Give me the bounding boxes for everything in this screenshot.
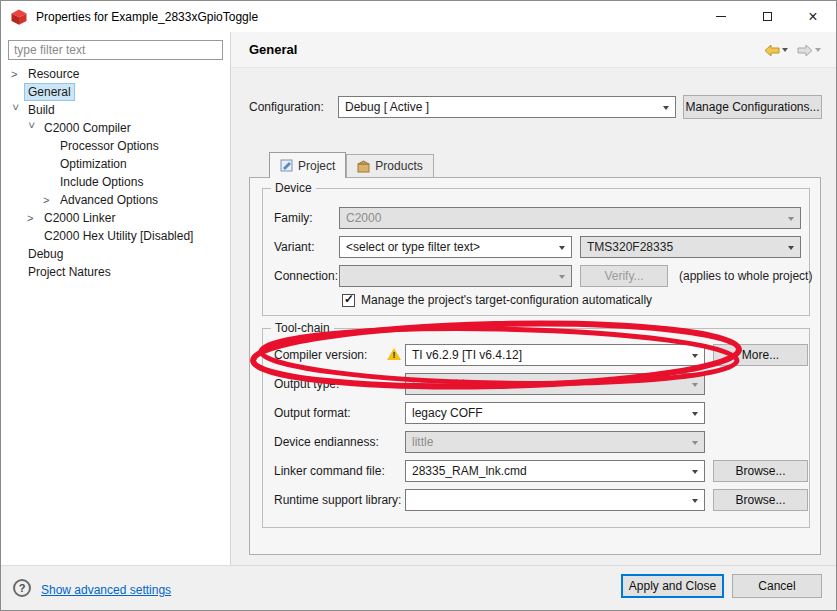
tree-item-label: C2000 Linker bbox=[41, 210, 118, 226]
connection-note: (applies to whole project) bbox=[679, 265, 812, 287]
chevron-right-icon[interactable]: > bbox=[27, 212, 41, 224]
tab-project[interactable]: Project bbox=[269, 152, 346, 178]
runtime-support-library-combo[interactable] bbox=[405, 489, 705, 511]
tree-item-c2000-hex-utility[interactable]: C2000 Hex Utility [Disabled] bbox=[1, 227, 230, 245]
connection-label: Connection: bbox=[274, 265, 338, 287]
tree-item-label: Debug bbox=[25, 246, 66, 262]
tree-item-label: Resource bbox=[25, 66, 82, 82]
filter-input[interactable] bbox=[8, 40, 223, 60]
chevron-right-icon[interactable]: > bbox=[11, 68, 25, 80]
minimize-icon bbox=[716, 16, 726, 17]
titlebar: Properties for Example_2833xGpioToggle × bbox=[1, 1, 836, 32]
tree-item-label: Project Natures bbox=[25, 264, 114, 280]
apply-and-close-button[interactable]: Apply and Close bbox=[621, 574, 724, 598]
tree-item-processor-options[interactable]: Processor Options bbox=[1, 137, 230, 155]
warning-icon: ! bbox=[387, 347, 401, 360]
chevron-right-icon[interactable]: > bbox=[43, 194, 57, 206]
close-icon: × bbox=[808, 9, 817, 25]
more-button[interactable]: More... bbox=[713, 344, 808, 366]
page-header: General bbox=[231, 32, 836, 68]
configuration-combo[interactable]: Debug [ Active ] bbox=[338, 96, 676, 118]
help-button[interactable]: ? bbox=[13, 579, 31, 597]
dialog-footer: ? Show advanced settings Apply and Close… bbox=[1, 565, 836, 610]
tree-item-label: C2000 Hex Utility [Disabled] bbox=[41, 228, 196, 244]
page-title: General bbox=[249, 32, 297, 68]
compiler-version-label: Compiler version: bbox=[274, 344, 367, 366]
family-label: Family: bbox=[274, 207, 313, 229]
device-endianness-label: Device endianness: bbox=[274, 431, 379, 453]
project-tab-icon bbox=[280, 159, 293, 172]
show-advanced-settings-link[interactable]: Show advanced settings bbox=[41, 583, 171, 597]
maximize-button[interactable] bbox=[744, 1, 790, 32]
properties-dialog: Properties for Example_2833xGpioToggle ×… bbox=[0, 0, 837, 611]
back-dropdown-caret-icon bbox=[782, 48, 788, 52]
tab-bar: Project Products bbox=[269, 151, 434, 177]
products-tab-icon bbox=[357, 160, 370, 173]
tab-products-label: Products bbox=[375, 159, 422, 173]
question-mark-icon: ? bbox=[19, 582, 26, 594]
tree-item-c2000-linker[interactable]: >C2000 Linker bbox=[1, 209, 230, 227]
variant-device-combo[interactable]: TMS320F28335 bbox=[580, 236, 801, 258]
tree-item-include-options[interactable]: Include Options bbox=[1, 173, 230, 191]
properties-page: General Configuration: Debug [ Active bbox=[231, 32, 836, 565]
verify-button[interactable]: Verify... bbox=[580, 265, 668, 287]
window-title: Properties for Example_2833xGpioToggle bbox=[36, 10, 258, 24]
tree-item-label: Advanced Options bbox=[57, 192, 161, 208]
cancel-button[interactable]: Cancel bbox=[732, 574, 822, 598]
tree-item-c2000-compiler[interactable]: >C2000 Compiler bbox=[1, 119, 230, 137]
forward-arrow-icon bbox=[797, 44, 813, 57]
output-type-label: Output type: bbox=[274, 373, 339, 395]
tab-products[interactable]: Products bbox=[346, 154, 433, 177]
nav-forward-button[interactable] bbox=[794, 42, 824, 59]
tree-item-label: Optimization bbox=[57, 156, 130, 172]
tree-item-build[interactable]: >Build bbox=[1, 101, 230, 119]
linker-command-file-combo[interactable]: 28335_RAM_lnk.cmd bbox=[405, 460, 705, 482]
device-endianness-combo[interactable]: little bbox=[405, 431, 705, 453]
manage-target-config-label: Manage the project's target-configuratio… bbox=[361, 293, 652, 307]
tree-item-optimization[interactable]: Optimization bbox=[1, 155, 230, 173]
compiler-version-combo[interactable]: TI v6.2.9 [TI v6.4.12] bbox=[405, 344, 705, 366]
device-group-title: Device bbox=[271, 181, 316, 195]
variant-label: Variant: bbox=[274, 236, 314, 258]
manage-target-config-checkbox-row[interactable]: Manage the project's target-configuratio… bbox=[342, 293, 652, 307]
device-group: Device Family: C2000 Variant: <select or… bbox=[262, 188, 810, 316]
app-icon-ccs-cube bbox=[10, 8, 28, 26]
tree-item-label: Processor Options bbox=[57, 138, 162, 154]
output-type-combo[interactable]: Executable bbox=[405, 373, 705, 395]
chevron-down-icon[interactable]: > bbox=[10, 104, 22, 118]
toolchain-group-title: Tool-chain bbox=[271, 321, 334, 335]
checkbox-checked-icon[interactable] bbox=[342, 294, 355, 307]
variant-filter-combo[interactable]: <select or type filter text> bbox=[339, 236, 572, 258]
runtime-browse-button[interactable]: Browse... bbox=[713, 489, 808, 511]
toolchain-group: Tool-chain Compiler version: ! TI v6.2.9… bbox=[262, 328, 810, 528]
maximize-icon bbox=[763, 12, 772, 21]
tree-item-resource[interactable]: >Resource bbox=[1, 65, 230, 83]
tree-item-general[interactable]: General bbox=[1, 83, 230, 101]
output-format-label: Output format: bbox=[274, 402, 351, 424]
project-tab-content: Device Family: C2000 Variant: <select or… bbox=[249, 177, 821, 555]
configuration-label: Configuration: bbox=[249, 96, 324, 119]
chevron-down-icon[interactable]: > bbox=[26, 122, 38, 136]
properties-tree: >Resource General >Build >C2000 Compiler… bbox=[1, 65, 230, 281]
tree-item-debug[interactable]: Debug bbox=[1, 245, 230, 263]
family-combo[interactable]: C2000 bbox=[339, 207, 801, 229]
tree-item-label: Include Options bbox=[57, 174, 146, 190]
back-arrow-icon bbox=[764, 44, 780, 57]
tree-item-label: Build bbox=[25, 102, 58, 118]
linker-browse-button[interactable]: Browse... bbox=[713, 460, 808, 482]
linker-command-file-label: Linker command file: bbox=[274, 460, 385, 482]
close-button[interactable]: × bbox=[790, 1, 836, 32]
nav-back-button[interactable] bbox=[761, 42, 791, 59]
tree-item-project-natures[interactable]: Project Natures bbox=[1, 263, 230, 281]
tab-project-label: Project bbox=[298, 159, 335, 173]
tree-item-advanced-options[interactable]: >Advanced Options bbox=[1, 191, 230, 209]
forward-dropdown-caret-icon bbox=[815, 48, 821, 52]
manage-configurations-button[interactable]: Manage Configurations... bbox=[683, 95, 822, 119]
sidebar: >Resource General >Build >C2000 Compiler… bbox=[1, 32, 231, 565]
runtime-support-library-label: Runtime support library: bbox=[274, 489, 401, 511]
tree-item-label: General bbox=[25, 84, 74, 100]
minimize-button[interactable] bbox=[698, 1, 744, 32]
output-format-combo[interactable]: legacy COFF bbox=[405, 402, 705, 424]
connection-combo[interactable] bbox=[339, 265, 572, 287]
tree-item-label: C2000 Compiler bbox=[41, 120, 134, 136]
